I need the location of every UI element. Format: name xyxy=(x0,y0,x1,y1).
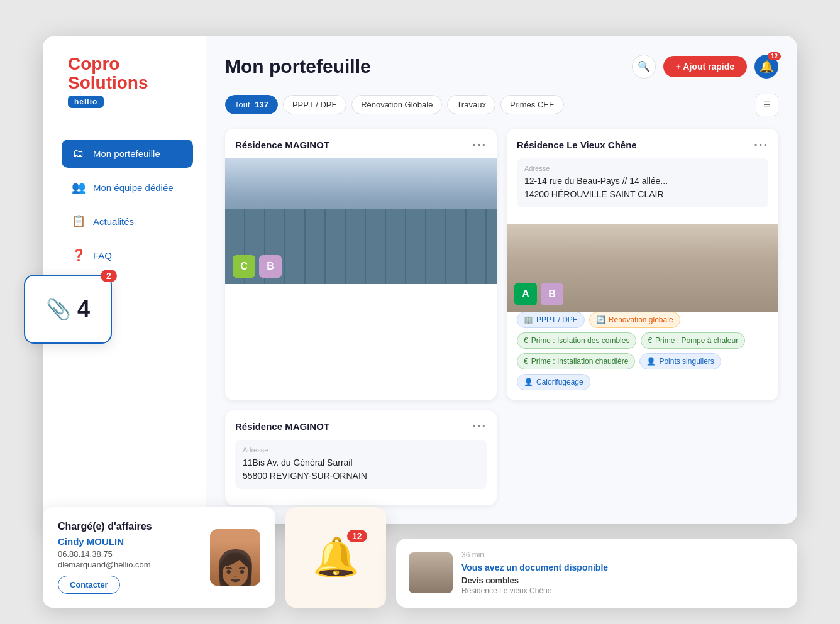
paperclip-widget: 📎 4 2 xyxy=(24,275,112,344)
tab-tout-count: 137 xyxy=(255,100,268,109)
header-actions: 🔍 + Ajout rapide 🔔 12 xyxy=(632,55,778,79)
tag-pppt: 🏢 PPPT / DPE xyxy=(517,312,585,328)
card-title-2: Résidence Le Vieux Chêne xyxy=(517,140,637,150)
tab-primes[interactable]: Primes CEE xyxy=(500,95,564,114)
pompe-icon: € xyxy=(648,336,652,345)
notification-detail: Résidence Le vieux Chêne xyxy=(461,586,785,595)
contact-card: Chargé(e) d'affaires Cindy MOULIN 06.88.… xyxy=(43,507,275,608)
card-menu-1[interactable]: ··· xyxy=(472,138,487,152)
card-vieux-chene: Résidence Le Vieux Chêne ··· Adresse 12-… xyxy=(507,129,778,400)
card-address-area: Adresse 12-14 rue du Beau-Pays // 14 all… xyxy=(507,158,778,224)
equipe-icon: 👥 xyxy=(72,180,86,194)
tab-tout[interactable]: Tout 137 xyxy=(225,95,278,114)
dpe-badge-a: A xyxy=(514,283,537,305)
tag-chaudiere-label: Prime : Installation chaudière xyxy=(531,357,629,366)
bottom-cards: Chargé(e) d'affaires Cindy MOULIN 06.88.… xyxy=(43,507,797,608)
address-label-2: Adresse xyxy=(524,165,761,172)
sidebar-item-portefeuille-label: Mon portefeuille xyxy=(93,148,160,159)
logo-hellio-badge: hellio xyxy=(68,96,104,108)
add-rapide-button[interactable]: + Ajout rapide xyxy=(663,56,747,77)
notification-button[interactable]: 🔔 12 xyxy=(754,55,778,79)
notification-card: 36 min Vous avez un document disponible … xyxy=(396,539,797,608)
tag-pompe: € Prime : Pompe à chaleur xyxy=(641,332,745,349)
address-label-3: Adresse xyxy=(243,446,479,454)
contact-email: dlemarquand@hellio.com xyxy=(58,560,200,569)
contact-label: Chargé(e) d'affaires xyxy=(58,521,200,532)
tag-points-label: Points singuliers xyxy=(659,357,714,366)
tag-renovation-label: Rénovation globale xyxy=(609,315,673,324)
filter-tabs: Tout 137 PPPT / DPE Rénovation Globale T… xyxy=(225,94,778,116)
notification-title: Vous avez un document disponible xyxy=(461,562,785,573)
tab-primes-label: Primes CEE xyxy=(510,100,555,109)
page-title: Mon portefeuille xyxy=(225,56,371,77)
dpe-badge-b: B xyxy=(259,255,282,278)
tab-pppt-label: PPPT / DPE xyxy=(292,100,337,109)
card-image-1: C B xyxy=(225,158,497,284)
tag-points: 👤 Points singuliers xyxy=(639,353,721,369)
bell-icon-wrap: 🔔 12 xyxy=(312,535,360,579)
points-icon: 👤 xyxy=(646,357,656,366)
address-line1-2: 12-14 rue du Beau-Pays // 14 allée... xyxy=(524,175,761,188)
logo-copro-text: Copro xyxy=(68,54,119,74)
bell-large-icon: 🔔 xyxy=(312,536,360,578)
notification-subtitle: Devis combles xyxy=(461,576,785,585)
search-button[interactable]: 🔍 xyxy=(632,55,656,79)
search-icon: 🔍 xyxy=(638,60,650,72)
tag-chaudiere: € Prime : Installation chaudière xyxy=(517,353,635,369)
filter-options-button[interactable]: ☰ xyxy=(756,94,778,116)
sidebar-item-equipe[interactable]: 👥 Mon équipe dédiée xyxy=(62,173,193,202)
card-header-2: Résidence Le Vieux Chêne ··· xyxy=(507,129,778,158)
card-dpe-badges-2: A B xyxy=(514,283,563,305)
dpe-badge-c: C xyxy=(233,255,255,278)
tab-renovation[interactable]: Rénovation Globale xyxy=(351,95,442,114)
address-box: Adresse 12-14 rue du Beau-Pays // 14 all… xyxy=(517,158,768,207)
sidebar-item-actualites-label: Actualités xyxy=(93,216,134,227)
tag-list-2: 🏢 PPPT / DPE 🔄 Rénovation globale € Prim… xyxy=(507,312,778,400)
contact-phone: 06.88.14.38.75 xyxy=(58,549,200,559)
address-line2-2: 14200 HÉROUVILLE SAINT CLAIR xyxy=(524,188,761,201)
tag-pompe-label: Prime : Pompe à chaleur xyxy=(655,336,738,345)
renovation-icon: 🔄 xyxy=(596,315,605,324)
logo: Copro Solutions xyxy=(68,55,193,94)
nav-menu: 🗂 Mon portefeuille 👥 Mon équipe dédiée 📋… xyxy=(62,140,193,270)
address-box-3: Adresse 11Bis Av. du Général Sarrail 558… xyxy=(235,440,487,489)
sidebar-item-actualites[interactable]: 📋 Actualités xyxy=(62,207,193,236)
card-menu-3[interactable]: ··· xyxy=(472,419,487,434)
tag-pppt-label: PPPT / DPE xyxy=(536,315,578,324)
bell-icon: 🔔 xyxy=(760,60,773,74)
card-header-3: Résidence MAGINOT ··· xyxy=(225,410,497,440)
sidebar-item-portefeuille[interactable]: 🗂 Mon portefeuille xyxy=(62,140,193,168)
notification-body: 36 min Vous avez un document disponible … xyxy=(461,550,785,594)
portefeuille-icon: 🗂 xyxy=(72,147,86,160)
notification-thumbnail xyxy=(409,552,453,593)
card-maginot-1: Résidence MAGINOT ··· C B xyxy=(225,129,497,400)
card-title-3: Résidence MAGINOT xyxy=(235,421,329,432)
tab-travaux[interactable]: Travaux xyxy=(447,95,495,114)
tag-calorifugeage: 👤 Calorifugeage xyxy=(517,374,590,390)
tag-calorifugeage-label: Calorifugeage xyxy=(536,378,583,386)
tab-pppt[interactable]: PPPT / DPE xyxy=(283,95,346,114)
avatar-face xyxy=(210,529,260,586)
tag-isolation: € Prime : Isolation des combles xyxy=(517,332,636,349)
contact-info: Chargé(e) d'affaires Cindy MOULIN 06.88.… xyxy=(58,521,200,594)
sidebar-item-faq[interactable]: ❓ FAQ xyxy=(62,241,193,270)
tab-renovation-label: Rénovation Globale xyxy=(361,100,433,109)
card-address-area-3: Adresse 11Bis Av. du Général Sarrail 558… xyxy=(225,440,497,505)
cards-grid: Résidence MAGINOT ··· C B Résidence L xyxy=(225,129,778,505)
chaudiere-icon: € xyxy=(524,357,528,366)
card-dpe-badges-1: C B xyxy=(233,255,282,278)
main-content: Mon portefeuille 🔍 + Ajout rapide 🔔 12 T… xyxy=(206,36,797,524)
logo-solutions-text: Solutions xyxy=(68,73,148,92)
card-maginot-2: Résidence MAGINOT ··· Adresse 11Bis Av. … xyxy=(225,410,497,505)
faq-icon: ❓ xyxy=(72,248,86,262)
sidebar-item-equipe-label: Mon équipe dédiée xyxy=(93,182,174,193)
card-menu-2[interactable]: ··· xyxy=(754,138,768,152)
contact-avatar xyxy=(210,529,260,586)
notification-badge: 12 xyxy=(768,52,781,60)
tag-renovation: 🔄 Rénovation globale xyxy=(589,312,680,328)
contact-name: Cindy MOULIN xyxy=(58,536,200,547)
notification-time: 36 min xyxy=(461,550,785,559)
sidebar-item-faq-label: FAQ xyxy=(93,250,112,261)
contact-button[interactable]: Contacter xyxy=(58,576,120,594)
page-header: Mon portefeuille 🔍 + Ajout rapide 🔔 12 xyxy=(225,55,778,79)
